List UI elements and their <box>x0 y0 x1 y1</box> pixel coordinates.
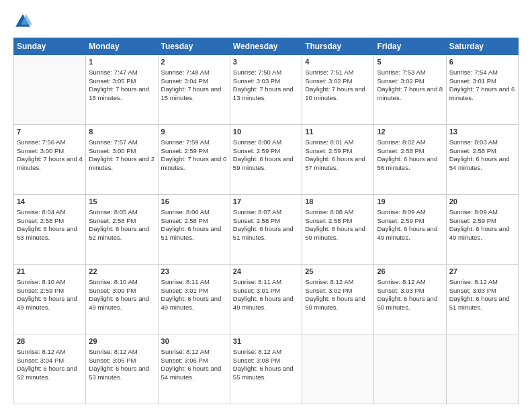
sunrise-text: Sunrise: 8:12 AM <box>233 348 281 355</box>
sunset-text: Sunset: 2:58 PM <box>89 217 136 224</box>
day-number: 11 <box>305 127 371 137</box>
sunrise-text: Sunrise: 8:10 AM <box>17 278 65 285</box>
daylight-text: Daylight: 6 hours and 51 minutes. <box>449 295 510 311</box>
sunset-text: Sunset: 3:08 PM <box>233 357 280 364</box>
sunrise-text: Sunrise: 8:09 AM <box>449 208 498 216</box>
day-number: 2 <box>161 57 227 67</box>
week-row-1: 7 Sunrise: 7:56 AM Sunset: 3:00 PM Dayli… <box>14 125 519 195</box>
daylight-text: Daylight: 6 hours and 59 minutes. <box>233 155 294 171</box>
day-number: 19 <box>377 197 443 207</box>
day-number: 12 <box>377 127 443 137</box>
sunset-text: Sunset: 3:02 PM <box>305 287 352 294</box>
daylight-text: Daylight: 7 hours and 15 minutes. <box>161 85 222 101</box>
sunrise-text: Sunrise: 7:57 AM <box>89 138 137 146</box>
daylight-text: Daylight: 7 hours and 10 minutes. <box>305 85 365 101</box>
calendar-cell: 12 Sunrise: 8:02 AM Sunset: 2:58 PM Dayl… <box>374 125 446 195</box>
week-row-3: 21 Sunrise: 8:10 AM Sunset: 2:59 PM Dayl… <box>14 265 519 334</box>
sunset-text: Sunset: 2:59 PM <box>233 147 280 154</box>
logo <box>13 12 35 31</box>
sunset-text: Sunset: 3:00 PM <box>89 147 136 154</box>
day-number: 30 <box>161 336 227 347</box>
sunset-text: Sunset: 2:58 PM <box>17 217 64 224</box>
calendar-table: SundayMondayTuesdayWednesdayThursdayFrid… <box>13 38 519 404</box>
day-number: 13 <box>449 127 515 137</box>
calendar-cell: 3 Sunrise: 7:50 AM Sunset: 3:03 PM Dayli… <box>230 55 302 125</box>
sunrise-text: Sunrise: 7:47 AM <box>89 68 137 76</box>
sunrise-text: Sunrise: 8:03 AM <box>449 138 498 146</box>
calendar-cell: 27 Sunrise: 8:12 AM Sunset: 3:03 PM Dayl… <box>446 265 518 334</box>
daylight-text: Daylight: 6 hours and 52 minutes. <box>89 225 149 241</box>
day-number: 6 <box>449 57 515 67</box>
daylight-text: Daylight: 6 hours and 51 minutes. <box>161 225 222 241</box>
sunrise-text: Sunrise: 7:53 AM <box>377 68 425 76</box>
day-number: 25 <box>305 267 371 277</box>
sunrise-text: Sunrise: 8:12 AM <box>305 278 353 285</box>
day-number: 27 <box>449 267 515 277</box>
sunset-text: Sunset: 3:04 PM <box>161 77 208 85</box>
calendar-cell: 16 Sunrise: 8:06 AM Sunset: 2:58 PM Dayl… <box>158 195 230 265</box>
daylight-text: Daylight: 6 hours and 54 minutes. <box>161 365 222 381</box>
daylight-text: Daylight: 6 hours and 49 minutes. <box>161 295 222 311</box>
day-number: 16 <box>161 197 227 207</box>
sunset-text: Sunset: 2:58 PM <box>233 217 280 224</box>
sunrise-text: Sunrise: 8:12 AM <box>89 348 137 355</box>
daylight-text: Daylight: 6 hours and 50 minutes. <box>377 295 437 311</box>
sunset-text: Sunset: 2:58 PM <box>377 147 424 154</box>
calendar-cell: 13 Sunrise: 8:03 AM Sunset: 2:58 PM Dayl… <box>446 125 518 195</box>
sunset-text: Sunset: 2:59 PM <box>449 217 496 224</box>
sunset-text: Sunset: 3:05 PM <box>89 357 136 364</box>
calendar-cell: 6 Sunrise: 7:54 AM Sunset: 3:01 PM Dayli… <box>446 55 518 125</box>
sunset-text: Sunset: 3:02 PM <box>305 77 352 85</box>
day-number: 15 <box>89 197 154 207</box>
sunset-text: Sunset: 3:05 PM <box>89 77 136 85</box>
day-number: 23 <box>161 267 227 277</box>
sunset-text: Sunset: 3:00 PM <box>17 147 64 154</box>
daylight-text: Daylight: 6 hours and 53 minutes. <box>89 365 149 381</box>
calendar-cell: 17 Sunrise: 8:07 AM Sunset: 2:58 PM Dayl… <box>230 195 302 265</box>
col-header-saturday: Saturday <box>446 38 518 55</box>
col-header-wednesday: Wednesday <box>230 38 302 55</box>
sunset-text: Sunset: 2:59 PM <box>305 147 352 154</box>
sunset-text: Sunset: 2:59 PM <box>161 147 208 154</box>
sunset-text: Sunset: 2:58 PM <box>305 217 352 224</box>
sunrise-text: Sunrise: 8:01 AM <box>305 138 353 146</box>
week-row-2: 14 Sunrise: 8:04 AM Sunset: 2:58 PM Dayl… <box>14 195 519 265</box>
daylight-text: Daylight: 6 hours and 49 minutes. <box>89 295 149 311</box>
day-number: 4 <box>305 57 371 67</box>
sunset-text: Sunset: 3:03 PM <box>449 287 496 294</box>
day-number: 22 <box>89 267 154 277</box>
page: SundayMondayTuesdayWednesdayThursdayFrid… <box>0 0 532 411</box>
day-number: 5 <box>377 57 443 67</box>
calendar-cell: 1 Sunrise: 7:47 AM Sunset: 3:05 PM Dayli… <box>86 55 158 125</box>
sunset-text: Sunset: 2:58 PM <box>161 217 208 224</box>
calendar-cell: 22 Sunrise: 8:10 AM Sunset: 3:00 PM Dayl… <box>86 265 158 334</box>
calendar-cell: 21 Sunrise: 8:10 AM Sunset: 2:59 PM Dayl… <box>14 265 86 334</box>
sunset-text: Sunset: 3:04 PM <box>17 357 64 364</box>
daylight-text: Daylight: 7 hours and 8 minutes. <box>377 85 443 101</box>
sunrise-text: Sunrise: 7:54 AM <box>449 68 498 76</box>
day-number: 10 <box>233 127 299 137</box>
sunrise-text: Sunrise: 8:12 AM <box>449 278 498 285</box>
calendar-cell: 28 Sunrise: 8:12 AM Sunset: 3:04 PM Dayl… <box>14 334 86 404</box>
sunset-text: Sunset: 3:03 PM <box>233 77 280 85</box>
daylight-text: Daylight: 6 hours and 52 minutes. <box>17 365 77 381</box>
week-row-0: 1 Sunrise: 7:47 AM Sunset: 3:05 PM Dayli… <box>14 55 519 125</box>
calendar-cell: 25 Sunrise: 8:12 AM Sunset: 3:02 PM Dayl… <box>302 265 374 334</box>
col-header-sunday: Sunday <box>14 38 86 55</box>
calendar-cell: 20 Sunrise: 8:09 AM Sunset: 2:59 PM Dayl… <box>446 195 518 265</box>
sunrise-text: Sunrise: 8:00 AM <box>233 138 281 146</box>
sunset-text: Sunset: 3:06 PM <box>161 357 208 364</box>
calendar-cell: 5 Sunrise: 7:53 AM Sunset: 3:02 PM Dayli… <box>374 55 446 125</box>
day-number: 17 <box>233 197 299 207</box>
sunset-text: Sunset: 3:02 PM <box>377 77 424 85</box>
sunrise-text: Sunrise: 8:06 AM <box>161 208 210 216</box>
calendar-cell <box>374 334 446 404</box>
calendar-cell <box>14 55 86 125</box>
daylight-text: Daylight: 7 hours and 6 minutes. <box>449 85 515 101</box>
sunrise-text: Sunrise: 8:11 AM <box>161 278 210 285</box>
day-number: 28 <box>17 336 83 347</box>
sunset-text: Sunset: 3:00 PM <box>89 287 136 294</box>
sunset-text: Sunset: 2:59 PM <box>377 217 424 224</box>
daylight-text: Daylight: 6 hours and 57 minutes. <box>305 155 365 171</box>
daylight-text: Daylight: 6 hours and 49 minutes. <box>233 295 294 311</box>
